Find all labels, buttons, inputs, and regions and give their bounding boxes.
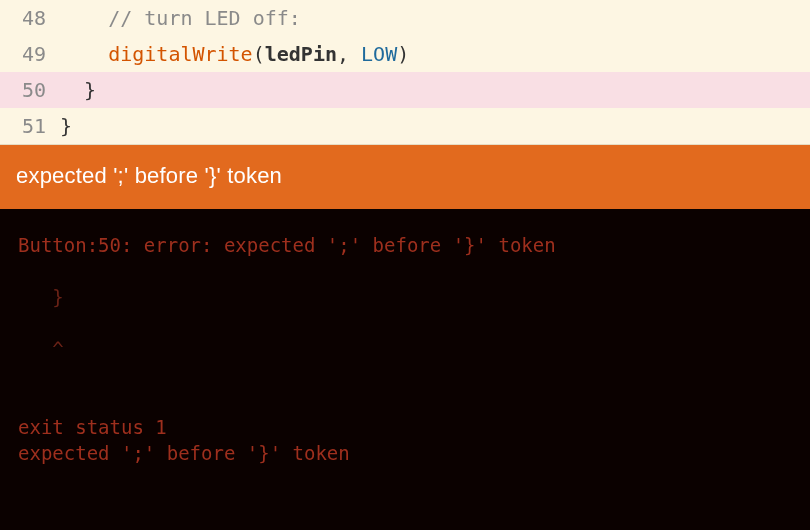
console-line: expected ';' before '}' token: [18, 441, 792, 467]
console-blank-line: [18, 311, 792, 337]
code-line[interactable]: 48 // turn LED off:: [0, 0, 810, 36]
code-token: // turn LED off:: [108, 6, 301, 30]
console-blank-line: [18, 363, 792, 389]
line-number: 48: [0, 6, 60, 30]
code-token: ): [397, 42, 409, 66]
console-blank-line: [18, 389, 792, 415]
error-banner-message: expected ';' before '}' token: [16, 163, 282, 188]
console-output[interactable]: Button:50: error: expected ';' before '}…: [0, 209, 810, 530]
console-line: exit status 1: [18, 415, 792, 441]
code-token: ledPin: [265, 42, 337, 66]
line-number: 49: [0, 42, 60, 66]
error-banner: expected ';' before '}' token: [0, 145, 810, 209]
console-line: Button:50: error: expected ';' before '}…: [18, 233, 792, 259]
code-line[interactable]: 50 }: [0, 72, 810, 108]
console-line: }: [18, 285, 792, 311]
code-token: }: [84, 78, 96, 102]
code-content[interactable]: digitalWrite(ledPin, LOW): [60, 42, 810, 66]
code-line[interactable]: 51}: [0, 108, 810, 144]
code-token: digitalWrite: [108, 42, 253, 66]
console-line: ^: [18, 337, 792, 363]
line-number: 50: [0, 78, 60, 102]
code-content[interactable]: // turn LED off:: [60, 6, 810, 30]
code-content[interactable]: }: [60, 78, 810, 102]
code-token: LOW: [361, 42, 397, 66]
code-token: ,: [337, 42, 361, 66]
code-token: (: [253, 42, 265, 66]
code-token: }: [60, 114, 72, 138]
code-content[interactable]: }: [60, 114, 810, 138]
code-line[interactable]: 49 digitalWrite(ledPin, LOW): [0, 36, 810, 72]
line-number: 51: [0, 114, 60, 138]
console-blank-line: [18, 259, 792, 285]
code-editor[interactable]: 48 // turn LED off:49 digitalWrite(ledPi…: [0, 0, 810, 145]
